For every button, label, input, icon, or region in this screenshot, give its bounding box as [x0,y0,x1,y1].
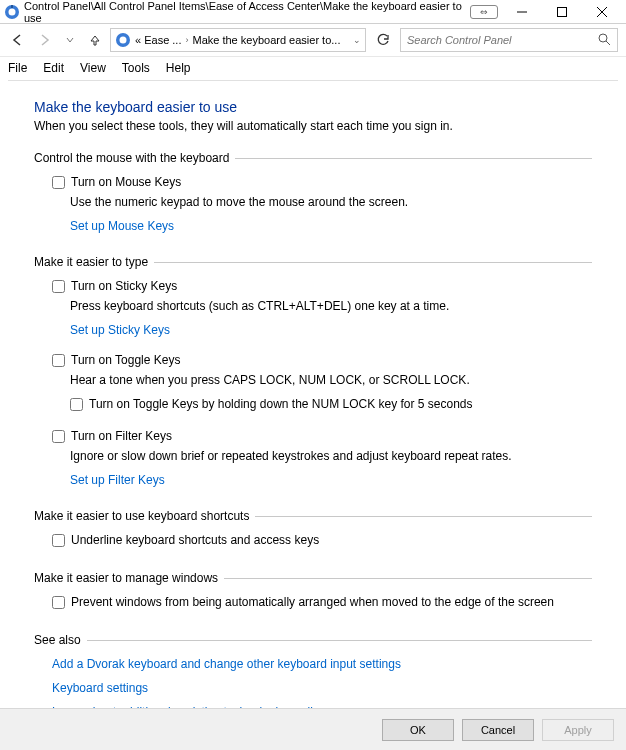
description-mouse-keys: Use the numeric keypad to move the mouse… [70,195,592,209]
checkbox-toggle-keys[interactable] [52,354,65,367]
link-setup-filter-keys[interactable]: Set up Filter Keys [70,473,165,487]
refresh-button[interactable] [372,29,394,51]
footer-button-bar: OK Cancel Apply [0,708,626,750]
link-setup-sticky-keys[interactable]: Set up Sticky Keys [70,323,170,337]
section-keyboard-shortcuts: Make it easier to use keyboard shortcuts… [34,509,592,553]
label-filter-keys[interactable]: Turn on Filter Keys [71,429,172,443]
section-legend: Make it easier to manage windows [34,571,224,585]
link-setup-mouse-keys[interactable]: Set up Mouse Keys [70,219,174,233]
svg-point-1 [9,8,16,15]
svg-point-8 [120,37,127,44]
ok-button[interactable]: OK [382,719,454,741]
checkbox-mouse-keys[interactable] [52,176,65,189]
svg-line-10 [606,41,610,45]
label-underline-shortcuts[interactable]: Underline keyboard shortcuts and access … [71,533,319,547]
description-sticky-keys: Press keyboard shortcuts (such as CTRL+A… [70,299,592,313]
link-keyboard-settings[interactable]: Keyboard settings [52,681,148,695]
control-panel-icon [115,32,131,48]
breadcrumb-segment[interactable]: « Ease ... [135,34,181,46]
address-bar[interactable]: « Ease ... › Make the keyboard easier to… [110,28,366,52]
label-sticky-keys[interactable]: Turn on Sticky Keys [71,279,177,293]
forward-button[interactable] [34,30,54,50]
description-filter-keys: Ignore or slow down brief or repeated ke… [70,449,592,463]
svg-point-9 [599,34,607,42]
section-manage-windows: Make it easier to manage windows Prevent… [34,571,592,615]
section-legend: Control the mouse with the keyboard [34,151,235,165]
apply-button[interactable]: Apply [542,719,614,741]
search-input[interactable] [407,34,598,46]
label-mouse-keys[interactable]: Turn on Mouse Keys [71,175,181,189]
search-icon [598,33,611,48]
menu-file[interactable]: File [8,61,27,75]
menu-help[interactable]: Help [166,61,191,75]
section-legend: Make it easier to type [34,255,154,269]
content-area: Make the keyboard easier to use When you… [0,81,626,711]
menu-tools[interactable]: Tools [122,61,150,75]
close-button[interactable] [582,0,622,24]
up-button[interactable] [86,31,104,49]
maximize-button[interactable] [542,0,582,24]
page-title: Make the keyboard easier to use [34,99,592,115]
page-subtitle: When you select these tools, they will a… [34,119,592,133]
recent-dropdown-icon[interactable] [60,30,80,50]
section-see-also: See also Add a Dvorak keyboard and chang… [34,633,592,711]
svg-rect-2 [11,5,13,8]
menu-view[interactable]: View [80,61,106,75]
section-easier-type: Make it easier to type Turn on Sticky Ke… [34,255,592,491]
label-toggle-keys-hold[interactable]: Turn on Toggle Keys by holding down the … [89,397,473,411]
address-dropdown-icon[interactable]: ⌄ [353,35,361,45]
cancel-button[interactable]: Cancel [462,719,534,741]
control-panel-icon [4,4,20,20]
description-toggle-keys: Hear a tone when you press CAPS LOCK, NU… [70,373,592,387]
minimize-button[interactable] [502,0,542,24]
window-title: Control Panel\All Control Panel Items\Ea… [24,0,470,24]
checkbox-filter-keys[interactable] [52,430,65,443]
svg-rect-4 [558,7,567,16]
section-legend: See also [34,633,87,647]
checkbox-sticky-keys[interactable] [52,280,65,293]
section-legend: Make it easier to use keyboard shortcuts [34,509,255,523]
menubar: File Edit View Tools Help [0,56,626,78]
chevron-right-icon: › [185,35,188,45]
checkbox-underline-shortcuts[interactable] [52,534,65,547]
menu-edit[interactable]: Edit [43,61,64,75]
checkbox-prevent-arrange[interactable] [52,596,65,609]
breadcrumb-segment[interactable]: Make the keyboard easier to... [192,34,340,46]
label-prevent-arrange[interactable]: Prevent windows from being automatically… [71,595,554,609]
section-mouse-control: Control the mouse with the keyboard Turn… [34,151,592,237]
checkbox-toggle-keys-hold[interactable] [70,398,83,411]
titlebar: Control Panel\All Control Panel Items\Ea… [0,0,626,24]
titlebar-extra-icon: ⇔ [470,5,498,19]
label-toggle-keys[interactable]: Turn on Toggle Keys [71,353,180,367]
search-box[interactable] [400,28,618,52]
back-button[interactable] [8,30,28,50]
link-dvorak[interactable]: Add a Dvorak keyboard and change other k… [52,657,401,671]
navbar: « Ease ... › Make the keyboard easier to… [0,24,626,56]
